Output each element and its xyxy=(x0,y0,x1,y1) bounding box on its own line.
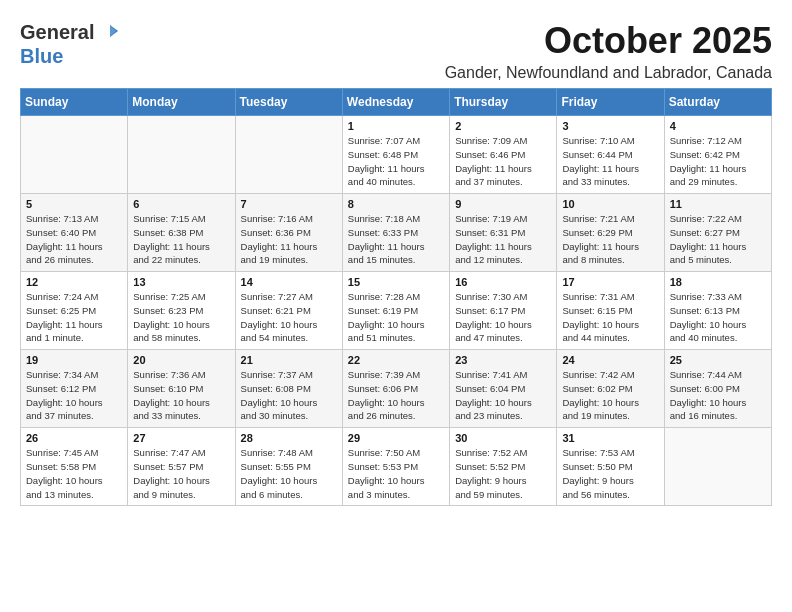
day-info: Sunrise: 7:39 AMSunset: 6:06 PMDaylight:… xyxy=(348,368,444,423)
day-info: Sunrise: 7:15 AMSunset: 6:38 PMDaylight:… xyxy=(133,212,229,267)
day-info: Sunrise: 7:22 AMSunset: 6:27 PMDaylight:… xyxy=(670,212,766,267)
day-info: Sunrise: 7:47 AMSunset: 5:57 PMDaylight:… xyxy=(133,446,229,501)
calendar-week-row: 5Sunrise: 7:13 AMSunset: 6:40 PMDaylight… xyxy=(21,194,772,272)
day-number: 6 xyxy=(133,198,229,210)
weekday-header-monday: Monday xyxy=(128,89,235,116)
logo-flag-icon xyxy=(96,23,118,39)
day-number: 12 xyxy=(26,276,122,288)
calendar-day-22: 22Sunrise: 7:39 AMSunset: 6:06 PMDayligh… xyxy=(342,350,449,428)
day-number: 31 xyxy=(562,432,658,444)
day-info: Sunrise: 7:09 AMSunset: 6:46 PMDaylight:… xyxy=(455,134,551,189)
day-number: 11 xyxy=(670,198,766,210)
calendar-day-18: 18Sunrise: 7:33 AMSunset: 6:13 PMDayligh… xyxy=(664,272,771,350)
calendar-day-13: 13Sunrise: 7:25 AMSunset: 6:23 PMDayligh… xyxy=(128,272,235,350)
weekday-header-thursday: Thursday xyxy=(450,89,557,116)
day-number: 16 xyxy=(455,276,551,288)
calendar-week-row: 26Sunrise: 7:45 AMSunset: 5:58 PMDayligh… xyxy=(21,428,772,506)
day-info: Sunrise: 7:28 AMSunset: 6:19 PMDaylight:… xyxy=(348,290,444,345)
day-info: Sunrise: 7:34 AMSunset: 6:12 PMDaylight:… xyxy=(26,368,122,423)
day-number: 25 xyxy=(670,354,766,366)
calendar-day-10: 10Sunrise: 7:21 AMSunset: 6:29 PMDayligh… xyxy=(557,194,664,272)
month-title: October 2025 xyxy=(445,20,772,62)
calendar-day-29: 29Sunrise: 7:50 AMSunset: 5:53 PMDayligh… xyxy=(342,428,449,506)
day-number: 1 xyxy=(348,120,444,132)
svg-marker-1 xyxy=(110,25,116,37)
calendar-day-20: 20Sunrise: 7:36 AMSunset: 6:10 PMDayligh… xyxy=(128,350,235,428)
day-info: Sunrise: 7:31 AMSunset: 6:15 PMDaylight:… xyxy=(562,290,658,345)
calendar-day-3: 3Sunrise: 7:10 AMSunset: 6:44 PMDaylight… xyxy=(557,116,664,194)
day-number: 28 xyxy=(241,432,337,444)
calendar-empty-cell xyxy=(235,116,342,194)
day-info: Sunrise: 7:45 AMSunset: 5:58 PMDaylight:… xyxy=(26,446,122,501)
calendar-day-1: 1Sunrise: 7:07 AMSunset: 6:48 PMDaylight… xyxy=(342,116,449,194)
weekday-header-wednesday: Wednesday xyxy=(342,89,449,116)
day-number: 7 xyxy=(241,198,337,210)
logo-text: General Blue xyxy=(20,20,118,68)
calendar-day-5: 5Sunrise: 7:13 AMSunset: 6:40 PMDaylight… xyxy=(21,194,128,272)
day-number: 29 xyxy=(348,432,444,444)
day-number: 20 xyxy=(133,354,229,366)
day-number: 14 xyxy=(241,276,337,288)
day-number: 24 xyxy=(562,354,658,366)
day-info: Sunrise: 7:24 AMSunset: 6:25 PMDaylight:… xyxy=(26,290,122,345)
day-number: 9 xyxy=(455,198,551,210)
day-info: Sunrise: 7:07 AMSunset: 6:48 PMDaylight:… xyxy=(348,134,444,189)
calendar-day-11: 11Sunrise: 7:22 AMSunset: 6:27 PMDayligh… xyxy=(664,194,771,272)
day-info: Sunrise: 7:42 AMSunset: 6:02 PMDaylight:… xyxy=(562,368,658,423)
day-number: 21 xyxy=(241,354,337,366)
calendar-empty-cell xyxy=(664,428,771,506)
day-info: Sunrise: 7:19 AMSunset: 6:31 PMDaylight:… xyxy=(455,212,551,267)
day-number: 8 xyxy=(348,198,444,210)
day-info: Sunrise: 7:25 AMSunset: 6:23 PMDaylight:… xyxy=(133,290,229,345)
logo-blue: Blue xyxy=(20,45,63,67)
calendar-day-30: 30Sunrise: 7:52 AMSunset: 5:52 PMDayligh… xyxy=(450,428,557,506)
weekday-header-saturday: Saturday xyxy=(664,89,771,116)
calendar-day-19: 19Sunrise: 7:34 AMSunset: 6:12 PMDayligh… xyxy=(21,350,128,428)
weekday-header-friday: Friday xyxy=(557,89,664,116)
calendar-day-2: 2Sunrise: 7:09 AMSunset: 6:46 PMDaylight… xyxy=(450,116,557,194)
day-number: 13 xyxy=(133,276,229,288)
day-number: 26 xyxy=(26,432,122,444)
day-info: Sunrise: 7:10 AMSunset: 6:44 PMDaylight:… xyxy=(562,134,658,189)
calendar-day-31: 31Sunrise: 7:53 AMSunset: 5:50 PMDayligh… xyxy=(557,428,664,506)
calendar-day-15: 15Sunrise: 7:28 AMSunset: 6:19 PMDayligh… xyxy=(342,272,449,350)
day-info: Sunrise: 7:13 AMSunset: 6:40 PMDaylight:… xyxy=(26,212,122,267)
calendar-empty-cell xyxy=(128,116,235,194)
calendar-day-17: 17Sunrise: 7:31 AMSunset: 6:15 PMDayligh… xyxy=(557,272,664,350)
logo: General Blue xyxy=(20,20,118,68)
day-info: Sunrise: 7:50 AMSunset: 5:53 PMDaylight:… xyxy=(348,446,444,501)
calendar-day-21: 21Sunrise: 7:37 AMSunset: 6:08 PMDayligh… xyxy=(235,350,342,428)
day-info: Sunrise: 7:36 AMSunset: 6:10 PMDaylight:… xyxy=(133,368,229,423)
calendar-day-7: 7Sunrise: 7:16 AMSunset: 6:36 PMDaylight… xyxy=(235,194,342,272)
day-number: 17 xyxy=(562,276,658,288)
day-number: 4 xyxy=(670,120,766,132)
day-info: Sunrise: 7:44 AMSunset: 6:00 PMDaylight:… xyxy=(670,368,766,423)
day-info: Sunrise: 7:52 AMSunset: 5:52 PMDaylight:… xyxy=(455,446,551,501)
calendar-day-23: 23Sunrise: 7:41 AMSunset: 6:04 PMDayligh… xyxy=(450,350,557,428)
title-block: October 2025 Gander, Newfoundland and La… xyxy=(445,20,772,82)
day-info: Sunrise: 7:16 AMSunset: 6:36 PMDaylight:… xyxy=(241,212,337,267)
day-info: Sunrise: 7:48 AMSunset: 5:55 PMDaylight:… xyxy=(241,446,337,501)
weekday-header-sunday: Sunday xyxy=(21,89,128,116)
calendar-day-4: 4Sunrise: 7:12 AMSunset: 6:42 PMDaylight… xyxy=(664,116,771,194)
day-info: Sunrise: 7:12 AMSunset: 6:42 PMDaylight:… xyxy=(670,134,766,189)
calendar-day-12: 12Sunrise: 7:24 AMSunset: 6:25 PMDayligh… xyxy=(21,272,128,350)
day-number: 15 xyxy=(348,276,444,288)
day-info: Sunrise: 7:27 AMSunset: 6:21 PMDaylight:… xyxy=(241,290,337,345)
calendar-day-8: 8Sunrise: 7:18 AMSunset: 6:33 PMDaylight… xyxy=(342,194,449,272)
day-number: 22 xyxy=(348,354,444,366)
calendar-day-14: 14Sunrise: 7:27 AMSunset: 6:21 PMDayligh… xyxy=(235,272,342,350)
calendar-day-24: 24Sunrise: 7:42 AMSunset: 6:02 PMDayligh… xyxy=(557,350,664,428)
day-number: 30 xyxy=(455,432,551,444)
calendar-week-row: 19Sunrise: 7:34 AMSunset: 6:12 PMDayligh… xyxy=(21,350,772,428)
day-info: Sunrise: 7:30 AMSunset: 6:17 PMDaylight:… xyxy=(455,290,551,345)
page-header: General Blue October 2025 Gander, Newfou… xyxy=(20,20,772,82)
day-number: 27 xyxy=(133,432,229,444)
day-number: 5 xyxy=(26,198,122,210)
day-number: 18 xyxy=(670,276,766,288)
logo-general: General xyxy=(20,20,94,44)
day-info: Sunrise: 7:18 AMSunset: 6:33 PMDaylight:… xyxy=(348,212,444,267)
calendar-day-25: 25Sunrise: 7:44 AMSunset: 6:00 PMDayligh… xyxy=(664,350,771,428)
day-info: Sunrise: 7:53 AMSunset: 5:50 PMDaylight:… xyxy=(562,446,658,501)
calendar-day-16: 16Sunrise: 7:30 AMSunset: 6:17 PMDayligh… xyxy=(450,272,557,350)
